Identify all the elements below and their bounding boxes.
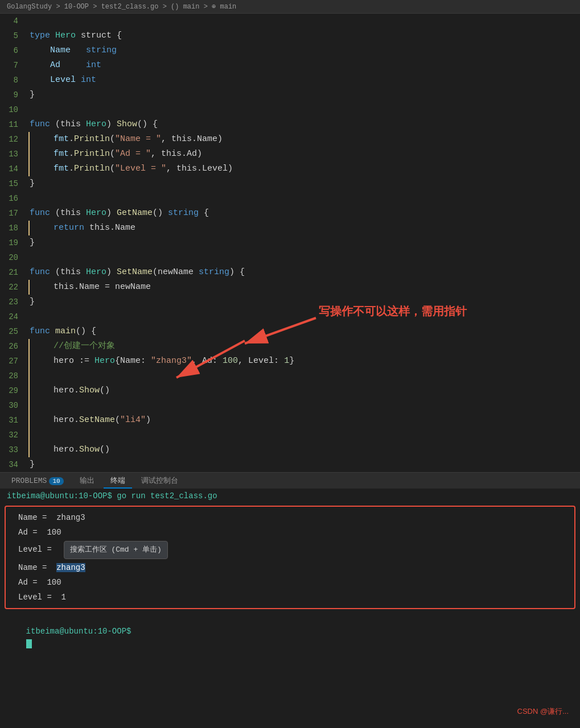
panel-tab-problems[interactable]: PROBLEMS10 bbox=[5, 474, 71, 488]
token: int bbox=[86, 60, 101, 70]
line-content-22[interactable]: this.Name = newName bbox=[28, 280, 580, 295]
token: func bbox=[30, 326, 50, 336]
line-content-26[interactable]: //创建一个对象 bbox=[28, 339, 580, 354]
token: SetName bbox=[79, 415, 115, 425]
code-line-5: 5type Hero struct { bbox=[0, 28, 580, 43]
panel-tab-输出[interactable]: 输出 bbox=[73, 473, 101, 489]
code-line-11: 11func (this Hero) Show() { bbox=[0, 117, 580, 132]
line-content-14[interactable]: fmt.Println("Level = ", this.Level) bbox=[28, 162, 580, 176]
line-number-24: 24 bbox=[0, 309, 27, 324]
line-number-25: 25 bbox=[0, 324, 27, 339]
line-content-27[interactable]: hero := Hero{Name: "zhang3", Ad: 100, Le… bbox=[28, 354, 580, 369]
token: (this bbox=[50, 119, 86, 129]
code-line-22: 22 this.Name = newName bbox=[0, 280, 580, 295]
token: this.Name bbox=[84, 223, 135, 233]
line-content-20[interactable] bbox=[27, 250, 580, 265]
token: hero. bbox=[33, 445, 79, 454]
line-number-12: 12 bbox=[0, 132, 27, 147]
output-line-2: Ad = 100 bbox=[11, 525, 569, 540]
line-content-21[interactable]: func (this Hero) SetName(newName string)… bbox=[27, 265, 580, 280]
line-content-31[interactable]: hero.SetName("li4") bbox=[28, 413, 580, 428]
line-content-11[interactable]: func (this Hero) Show() { bbox=[27, 117, 580, 132]
token: Hero bbox=[86, 208, 106, 218]
line-content-17[interactable]: func (this Hero) GetName() string { bbox=[27, 206, 580, 221]
token bbox=[30, 75, 50, 85]
token: , this.Level) bbox=[166, 164, 233, 173]
token: this.Name = newName bbox=[33, 282, 151, 292]
line-content-12[interactable]: fmt.Println("Name = ", this.Name) bbox=[28, 132, 580, 147]
token: {Name: bbox=[115, 356, 151, 366]
terminal-command: itbeima@ubuntu:10-OOP$ go run test2_clas… bbox=[0, 489, 580, 503]
line-content-13[interactable]: fmt.Println("Ad = ", this.Ad) bbox=[28, 147, 580, 162]
token: hero. bbox=[33, 415, 79, 425]
line-content-24[interactable] bbox=[27, 309, 580, 324]
search-tooltip[interactable]: 搜索工作区 (Cmd + 单击) bbox=[64, 541, 168, 559]
line-number-19: 19 bbox=[0, 235, 27, 250]
code-line-29: 29 hero.Show() bbox=[0, 383, 580, 398]
token: Level bbox=[50, 75, 76, 85]
line-content-8[interactable]: Level int bbox=[27, 73, 580, 88]
line-number-30: 30 bbox=[0, 398, 27, 413]
token: (this bbox=[50, 208, 86, 218]
line-content-32[interactable] bbox=[28, 428, 580, 442]
token: () bbox=[100, 386, 110, 395]
token: return bbox=[54, 223, 84, 233]
code-line-26: 26 //创建一个对象 bbox=[0, 339, 580, 354]
line-content-25[interactable]: func main() { bbox=[27, 324, 580, 339]
code-line-12: 12 fmt.Println("Name = ", this.Name) bbox=[0, 132, 580, 147]
token: ( bbox=[110, 134, 115, 144]
token bbox=[50, 326, 55, 336]
line-number-28: 28 bbox=[0, 369, 27, 383]
line-number-10: 10 bbox=[0, 102, 27, 117]
terminal-prompt: itbeima@ubuntu:10-OOP$ bbox=[0, 611, 580, 664]
panel-tab-终端[interactable]: 终端 bbox=[104, 473, 132, 489]
line-number-32: 32 bbox=[0, 428, 27, 442]
token bbox=[33, 164, 54, 173]
line-content-33[interactable]: hero.Show() bbox=[28, 442, 580, 457]
line-content-29[interactable]: hero.Show() bbox=[28, 383, 580, 398]
breadcrumb: GolangStudy > 10-OOP > test2_class.go > … bbox=[0, 0, 580, 14]
line-content-6[interactable]: Name string bbox=[27, 43, 580, 58]
line-content-10[interactable] bbox=[27, 102, 580, 117]
token: 1 bbox=[284, 356, 289, 366]
token: Println bbox=[74, 134, 110, 144]
line-content-23[interactable]: } bbox=[27, 295, 580, 309]
code-editor[interactable]: 4 5type Hero struct {6 Name string7 Ad i… bbox=[0, 14, 580, 472]
token: () bbox=[153, 208, 168, 218]
code-line-10: 10 bbox=[0, 102, 580, 117]
token: "zhang3" bbox=[151, 356, 192, 366]
line-content-15[interactable]: } bbox=[27, 176, 580, 191]
token: func bbox=[30, 267, 50, 277]
line-number-29: 29 bbox=[0, 383, 27, 398]
line-number-22: 22 bbox=[0, 280, 27, 295]
token: "Ad = " bbox=[115, 149, 151, 159]
token bbox=[30, 60, 50, 70]
line-content-18[interactable]: return this.Name bbox=[28, 221, 580, 235]
line-content-16[interactable] bbox=[27, 191, 580, 206]
line-content-7[interactable]: Ad int bbox=[27, 58, 580, 73]
code-line-8: 8 Level int bbox=[0, 73, 580, 88]
line-number-14: 14 bbox=[0, 162, 27, 176]
token: hero. bbox=[33, 386, 79, 395]
token: . bbox=[69, 134, 74, 144]
line-content-30[interactable] bbox=[28, 398, 580, 413]
line-content-28[interactable] bbox=[28, 369, 580, 383]
line-number-5: 5 bbox=[0, 28, 27, 43]
code-line-23: 23} bbox=[0, 295, 580, 309]
token: fmt bbox=[54, 149, 69, 159]
line-content-19[interactable]: } bbox=[27, 235, 580, 250]
line-content-9[interactable]: } bbox=[27, 88, 580, 102]
token: Show bbox=[79, 445, 100, 454]
token: Show bbox=[79, 386, 100, 395]
line-number-33: 33 bbox=[0, 442, 27, 457]
code-line-18: 18 return this.Name bbox=[0, 221, 580, 235]
panel-tab-调试控制台[interactable]: 调试控制台 bbox=[134, 473, 185, 489]
tab-badge: 10 bbox=[49, 477, 63, 485]
line-content-34[interactable]: } bbox=[27, 457, 580, 472]
code-line-9: 9} bbox=[0, 88, 580, 102]
line-content-4[interactable] bbox=[27, 14, 580, 28]
line-number-21: 21 bbox=[0, 265, 27, 280]
line-content-5[interactable]: type Hero struct { bbox=[27, 28, 580, 43]
token: , Level: bbox=[238, 356, 284, 366]
code-line-15: 15} bbox=[0, 176, 580, 191]
